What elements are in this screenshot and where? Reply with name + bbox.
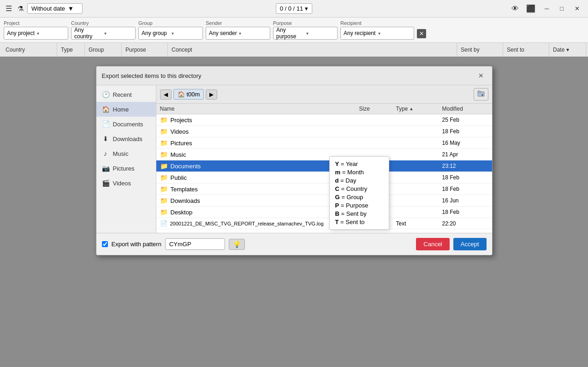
counter-value: 0 / 0 / 11 [280,5,303,12]
export-pattern-checkbox[interactable] [102,241,108,247]
tooltip-key-b: B [335,210,339,217]
country-arrow: ▾ [104,31,132,36]
sidebar-item-pictures[interactable]: 📷 Pictures [96,161,156,176]
sidebar-label-music: Music [113,150,129,157]
counter-button[interactable]: 0 / 0 / 11 ▾ [276,3,313,14]
path-home-icon: 🏠 [178,91,185,98]
dialog-footer: Export with pattern 💡 Y = Year m = Month [96,233,492,255]
export-button[interactable]: ⬛ [523,2,538,15]
sidebar-item-recent[interactable]: 🕐 Recent [96,87,156,102]
sidebar-item-home[interactable]: 🏠 Home [96,102,156,117]
folder-icon: 📁 [160,197,168,204]
cancel-button[interactable]: Cancel [416,238,449,250]
purpose-value: Any purpose [276,27,304,40]
purpose-select[interactable]: Any purpose ▾ [273,27,338,40]
country-select[interactable]: Any country ▾ [71,27,136,40]
col-group: Group [85,43,122,56]
tooltip-key-y: Y [335,160,339,167]
new-folder-button[interactable] [474,88,488,101]
menu-button[interactable]: ☰ [4,2,14,15]
footer-buttons: Cancel Accept [416,238,486,250]
filter-dropdown[interactable]: Without date ▼ [27,3,83,14]
toolbar: ☰ ⚗ Without date ▼ 0 / 0 / 11 ▾ 👁 ⬛ ─ □ … [0,0,588,18]
minimize-button[interactable]: ─ [540,3,553,14]
file-row[interactable]: 📁 Desktop 18 Feb [156,207,492,218]
col-header-type[interactable]: Type ▲ [396,106,442,112]
file-row[interactable]: 📁 Downloads 16 Jun [156,195,492,207]
folder-icon: 📁 [160,151,168,158]
project-value: Any project [7,30,35,36]
tooltip-row-g: G = Group [335,194,383,201]
file-name-text: Templates [171,186,198,193]
tooltip-row-m: m = Month [335,169,383,176]
pattern-input[interactable] [165,238,225,250]
col-sent-by: Sent by [457,43,503,56]
eye-button[interactable]: 👁 [509,3,522,15]
nav-forward-button[interactable]: ▶ [206,89,217,100]
recipient-label: Recipient [340,20,414,26]
sender-arrow: ▾ [239,31,267,36]
file-row[interactable]: 📁 Templates 18 Feb [156,184,492,195]
dialog-title-bar: Export selected items to this directory … [96,66,492,85]
recipient-select[interactable]: Any recipient ▾ [340,27,414,40]
column-headers: Country Type Group Purpose Concept Sent … [0,43,588,57]
file-row[interactable]: 📁 Music 21 Apr [156,149,492,160]
tooltip-key-g: G [335,194,340,201]
file-name-text: Projects [171,117,192,124]
col-sent-to: Sent to [503,43,549,56]
sender-label: Sender [206,20,270,26]
sidebar-item-downloads[interactable]: ⬇ Downloads [96,131,156,146]
clear-filters-button[interactable]: ✕ [417,29,426,38]
file-table-header: Name Size Type ▲ Modified [156,104,492,114]
videos-icon: 🎬 [102,179,109,187]
col-type: Type [57,43,85,56]
tooltip-key-d: d [335,177,339,184]
sidebar-item-music[interactable]: ♪ Music [96,146,156,161]
maximize-button[interactable]: □ [555,3,568,14]
pattern-info-button[interactable]: 💡 [229,239,245,250]
sender-select[interactable]: Any sender ▾ [206,27,270,40]
col-header-modified: Modified [442,106,488,112]
file-row[interactable]: 📁 Pictures 16 May [156,137,492,149]
type-sort-arrow: ▲ [410,107,414,111]
dialog-close-button[interactable]: ✕ [475,71,487,80]
folder-icon: 📁 [160,116,168,124]
tooltip-desc-c: = Country [341,185,368,192]
filter-dropdown-arrow: ▼ [68,5,74,12]
file-name: 📁 Projects [160,116,359,124]
sender-value: Any sender [209,30,237,36]
file-row[interactable]: 📁 Public 18 Feb [156,172,492,184]
group-select[interactable]: Any group ▾ [138,27,203,40]
file-row[interactable]: 📁 Projects 25 Feb [156,114,492,126]
tooltip-desc-y: = Year [341,160,358,167]
sidebar-item-videos[interactable]: 🎬 Videos [96,176,156,190]
sidebar-item-documents[interactable]: 📄 Documents [96,117,156,131]
folder-icon: 📁 [160,174,168,181]
documents-icon: 📄 [102,120,109,128]
file-row[interactable]: 📄 20001221_DE_MISC_TVG_REPORT_release_st… [156,218,492,229]
col-date: Date ▾ [549,43,586,56]
menu-icon: ☰ [6,5,12,12]
path-label: t00m [187,91,200,98]
accept-button[interactable]: Accept [453,238,487,250]
file-row-selected[interactable]: 📁 Documents 23:12 [156,160,492,172]
project-label: Project [4,20,68,26]
path-button[interactable]: 🏠 t00m [173,89,204,100]
sidebar-label-recent: Recent [113,91,132,98]
close-button[interactable]: ✕ [570,3,584,14]
export-pattern-label[interactable]: Export with pattern [112,241,161,248]
project-select[interactable]: Any project ▾ [4,27,68,40]
file-name: 📁 Pictures [160,139,359,147]
folder-icon: 📁 [160,185,168,193]
folder-icon: 📁 [160,128,168,135]
col-country: Country [2,43,57,56]
pictures-icon: 📷 [102,165,109,172]
toolbar-right: 👁 ⬛ ─ □ ✕ [509,2,584,15]
nav-back-button[interactable]: ◀ [160,89,172,100]
tooltip-key-c: C [335,185,339,192]
tooltip-key-p: P [335,202,339,209]
folder-icon: 📁 [160,208,168,216]
file-row[interactable]: 📁 Videos 18 Feb [156,126,492,137]
file-modified: 18 Feb [442,128,488,135]
group-value: Any group [142,30,170,36]
